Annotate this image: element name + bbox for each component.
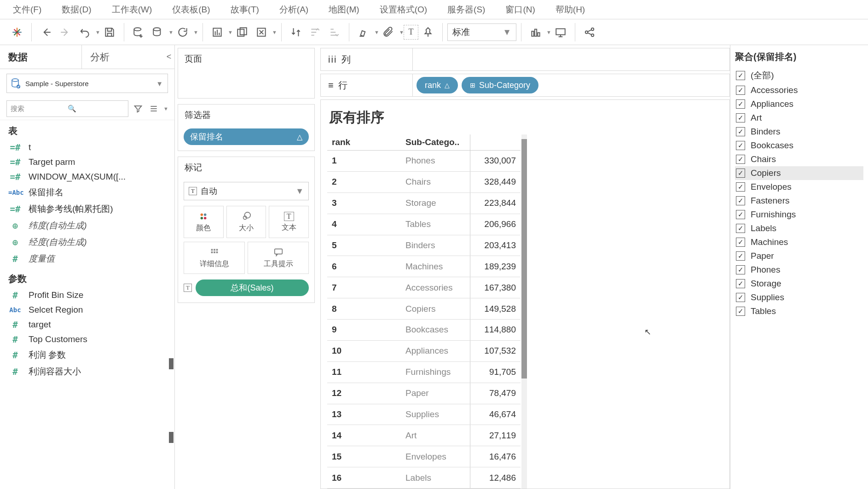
filter-pill[interactable]: 保留排名 △ xyxy=(184,128,309,145)
table-row[interactable]: 2Chairs328,449 xyxy=(327,171,521,192)
filter-checkbox-item[interactable]: ✓Supplies xyxy=(735,291,863,304)
filter-checkbox-item[interactable]: ✓Accessories xyxy=(735,83,863,97)
marks-size[interactable]: 大小 xyxy=(226,206,266,238)
showme-icon[interactable] xyxy=(526,23,545,42)
filter-checkbox-item[interactable]: ✓Storage xyxy=(735,277,863,291)
filters-shelf[interactable]: 筛选器 保留排名 △ xyxy=(178,104,315,151)
field-row[interactable]: ⊕经度(自动生成) xyxy=(0,234,174,250)
paperclip-icon[interactable] xyxy=(379,23,398,42)
param-row[interactable]: AbcSelcet Region xyxy=(0,303,174,317)
menu-item[interactable]: 故事(T) xyxy=(220,0,269,19)
filter-checkbox-item[interactable]: ✓Tables xyxy=(735,304,863,318)
table-row[interactable]: 15Envelopes16,476 xyxy=(327,446,521,467)
marks-detail[interactable]: 详细信息 xyxy=(184,242,245,274)
forward-icon[interactable] xyxy=(56,23,75,42)
datasource-select[interactable]: Sample - Superstore ▼ xyxy=(6,74,168,93)
viz-title[interactable]: 原有排序 xyxy=(327,104,729,134)
filter-checkbox-item[interactable]: ✓Art xyxy=(735,111,863,125)
menu-item[interactable]: 仪表板(B) xyxy=(162,0,220,19)
highlight-dropdown[interactable]: ▼ xyxy=(354,23,379,42)
filter-fields-icon[interactable] xyxy=(132,103,144,115)
menu-item[interactable]: 帮助(H) xyxy=(545,0,595,19)
table-row[interactable]: 5Binders203,413 xyxy=(327,235,521,256)
refresh-dropdown[interactable]: ▼ xyxy=(148,23,173,42)
filter-checkbox-item[interactable]: ✓Labels xyxy=(735,221,863,235)
new-datasource-icon[interactable] xyxy=(129,23,148,42)
menu-item[interactable]: 分析(A) xyxy=(269,0,318,19)
share-icon[interactable] xyxy=(580,23,599,42)
field-row[interactable]: =#WINDOW_MAX(SUM([... xyxy=(0,169,174,184)
marks-color[interactable]: 颜色 xyxy=(184,206,224,238)
view-mode-icon[interactable] xyxy=(148,103,160,115)
param-row[interactable]: #利润 参数 xyxy=(0,347,174,363)
table-row[interactable]: 9Bookcases114,880 xyxy=(327,320,521,341)
filter-checkbox-item[interactable]: ✓(全部) xyxy=(735,68,863,83)
menu-item[interactable]: 文件(F) xyxy=(3,0,52,19)
menu-item[interactable]: 窗口(N) xyxy=(495,0,545,19)
col-header-sub[interactable]: Sub-Catego.. xyxy=(401,134,470,151)
table-row[interactable]: 16Labels12,486 xyxy=(327,467,521,489)
menu-item[interactable]: 数据(D) xyxy=(52,0,101,19)
param-row[interactable]: #Top Customers xyxy=(0,332,174,347)
scrollbar-thumb[interactable] xyxy=(521,139,527,378)
swap-icon[interactable] xyxy=(286,23,306,42)
col-header-rank[interactable]: rank xyxy=(327,134,401,151)
filter-checkbox-item[interactable]: ✓Phones xyxy=(735,263,863,277)
filter-checkbox-item[interactable]: ✓Copiers xyxy=(735,166,863,180)
table-row[interactable]: 13Supplies46,674 xyxy=(327,404,521,425)
new-worksheet-dropdown[interactable]: ▼ xyxy=(208,23,232,42)
pin-icon[interactable] xyxy=(418,23,438,42)
back-icon[interactable] xyxy=(36,23,56,42)
undo-icon[interactable] xyxy=(75,23,94,42)
tab-data[interactable]: 数据 xyxy=(0,45,82,69)
field-row[interactable]: =#t xyxy=(0,140,174,155)
viz-scrollbar[interactable] xyxy=(521,134,527,489)
filter-checkbox-item[interactable]: ✓Furnishings xyxy=(735,208,863,221)
marks-tooltip[interactable]: 工具提示 xyxy=(248,242,309,274)
row-pill[interactable]: ⊞Sub-Category xyxy=(462,77,538,93)
filter-checkbox-item[interactable]: ✓Binders xyxy=(735,125,863,139)
field-row[interactable]: ⊕纬度(自动生成) xyxy=(0,217,174,234)
duplicate-icon[interactable] xyxy=(232,23,252,42)
filter-checkbox-item[interactable]: ✓Paper xyxy=(735,249,863,263)
field-row[interactable]: =#横轴参考线(帕累托图) xyxy=(0,201,174,217)
columns-shelf[interactable]: iii 列 xyxy=(320,48,730,71)
menu-item[interactable]: 服务器(S) xyxy=(437,0,495,19)
filter-checkbox-item[interactable]: ✓Fasteners xyxy=(735,194,863,208)
table-row[interactable]: 12Paper78,479 xyxy=(327,383,521,404)
text-pill[interactable]: 总和(Sales) xyxy=(196,279,309,296)
undo-dropdown[interactable]: ▼ xyxy=(75,23,100,42)
menu-item[interactable]: 地图(M) xyxy=(318,0,369,19)
scrollbar-thumb[interactable] xyxy=(169,432,174,443)
marks-text[interactable]: T 文本 xyxy=(269,206,309,238)
pages-shelf[interactable]: 页面 xyxy=(178,48,315,99)
menu-item[interactable]: 工作表(W) xyxy=(102,0,162,19)
filter-checkbox-item[interactable]: ✓Machines xyxy=(735,235,863,249)
clear-dropdown[interactable]: ▼ xyxy=(252,23,277,42)
scrollbar-thumb[interactable] xyxy=(169,358,174,369)
filter-checkbox-item[interactable]: ✓Bookcases xyxy=(735,139,863,152)
attach-dropdown[interactable]: ▼ xyxy=(379,23,404,42)
rows-shelf[interactable]: ≡ 行 rank△⊞Sub-Category xyxy=(320,74,730,97)
row-pill[interactable]: rank△ xyxy=(417,77,458,93)
sort-asc-icon[interactable] xyxy=(306,23,325,42)
param-row[interactable]: #target xyxy=(0,317,174,332)
table-row[interactable]: 3Storage223,844 xyxy=(327,192,521,214)
filter-checkbox-item[interactable]: ✓Appliances xyxy=(735,97,863,111)
collapse-pane-icon[interactable]: < xyxy=(163,45,174,69)
datasource-refresh-icon[interactable] xyxy=(148,23,168,42)
autoupdate-dropdown[interactable]: ▼ xyxy=(173,23,198,42)
table-row[interactable]: 8Copiers149,528 xyxy=(327,298,521,320)
filter-checkbox-item[interactable]: ✓Envelopes xyxy=(735,180,863,194)
clear-sheet-icon[interactable] xyxy=(252,23,271,42)
table-row[interactable]: 14Art27,119 xyxy=(327,425,521,446)
table-row[interactable]: 10Appliances107,532 xyxy=(327,340,521,361)
text-label-icon[interactable]: T xyxy=(404,25,418,40)
fit-dropdown[interactable]: 标准 ▼ xyxy=(447,23,516,41)
table-row[interactable]: 7Accessories167,380 xyxy=(327,277,521,298)
field-row[interactable]: =Abc保留排名 xyxy=(0,184,174,201)
search-input[interactable]: 搜索 🔍 xyxy=(6,100,128,117)
menu-item[interactable]: 设置格式(O) xyxy=(370,0,437,19)
presentation-icon[interactable] xyxy=(551,23,570,42)
save-icon[interactable] xyxy=(100,23,119,42)
